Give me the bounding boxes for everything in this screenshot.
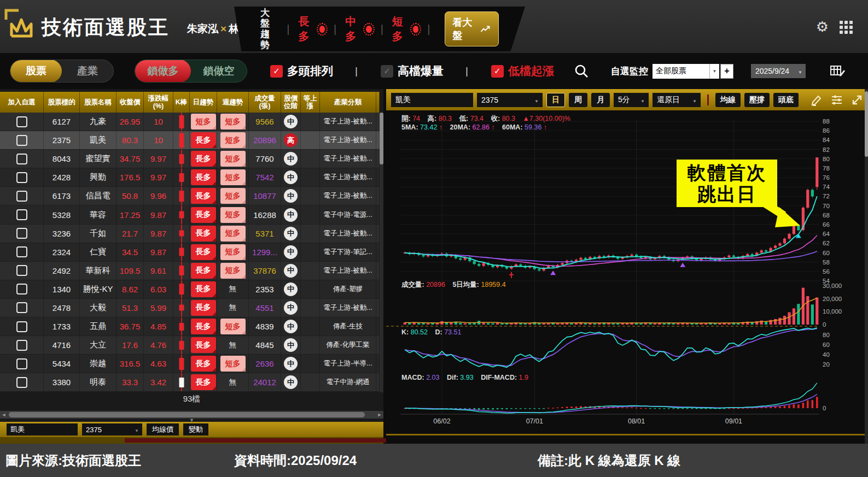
- table-row[interactable]: 2428 興勤 176.5 9.97 長多 短多 7542 中 電子上游-被動.…: [0, 168, 380, 187]
- stock-code: 6173: [44, 187, 80, 205]
- checkbox-bull-align[interactable]: 多頭排列: [270, 63, 333, 79]
- kbar-icon: [173, 280, 190, 298]
- table-row[interactable]: 5434 崇越 316.5 4.63 長多 短多 2636 中 電子上游-半導.…: [0, 355, 380, 373]
- checkbox-checked-icon[interactable]: [270, 65, 283, 78]
- column-header[interactable]: 產業分類: [320, 92, 376, 113]
- tab-stock[interactable]: 股票: [10, 60, 62, 83]
- day-trend-badge: 長多: [191, 244, 216, 260]
- column-header[interactable]: K棒: [173, 92, 190, 113]
- week-trend-badge: 短多: [220, 151, 246, 167]
- stock-code-select[interactable]: 2375: [82, 423, 142, 435]
- tab-industry[interactable]: 產業: [62, 60, 113, 83]
- table-row[interactable]: 2478 大毅 51.3 5.99 長多 無 4551 中 電子上游-被動...: [0, 299, 380, 317]
- gear-icon[interactable]: [816, 19, 829, 36]
- row-checkbox[interactable]: [16, 284, 27, 295]
- table-edit-icon[interactable]: [830, 64, 846, 78]
- column-header[interactable]: 成交量(張): [249, 92, 281, 113]
- table-row[interactable]: 1733 五鼎 36.75 4.85 長多 短多 4839 中 傳產-生技: [0, 317, 380, 336]
- settings-sliders-icon[interactable]: [831, 94, 843, 106]
- row-checkbox[interactable]: [16, 340, 27, 351]
- support-pressure-button[interactable]: 壓撐: [744, 93, 770, 107]
- stock-name: 大立: [80, 336, 116, 354]
- date-select[interactable]: 2025/9/24: [751, 64, 806, 78]
- close-price: 21.7: [116, 225, 144, 243]
- period-month-button[interactable]: 月: [591, 93, 610, 107]
- table-row[interactable]: 3380 明泰 33.3 3.42 長多 無 24012 中 電子中游-網通: [0, 373, 380, 392]
- scroll-right-icon[interactable]: [376, 411, 383, 419]
- wait-rise-cell: [301, 150, 320, 168]
- column-header[interactable]: 日趨勢: [190, 92, 217, 113]
- minute-select[interactable]: 5分: [614, 93, 649, 107]
- table-row[interactable]: 1340 勝悅-KY 8.62 6.03 長多 無 2353 中 傳產-塑膠: [0, 280, 380, 299]
- search-icon[interactable]: [574, 63, 589, 79]
- checkbox-checked-icon[interactable]: [491, 65, 504, 78]
- table-header-row: 加入自選股票標的股票名稱收盤價漲跌幅(%)K棒日趨勢週趨勢成交量(張)股價位階等…: [0, 92, 380, 113]
- restore-mode-select[interactable]: 還原日: [653, 93, 701, 107]
- column-header[interactable]: 週趨勢: [217, 92, 249, 113]
- change-percent: 4.85: [144, 317, 173, 335]
- svg-text:0: 0: [823, 405, 826, 411]
- top-bottom-button[interactable]: 頭底: [773, 93, 799, 107]
- row-checkbox[interactable]: [16, 228, 27, 239]
- table-row[interactable]: 2324 仁寶 34.5 9.87 長多 短多 1299... 中 電子下游-筆…: [0, 243, 380, 262]
- period-day-button[interactable]: 日: [546, 93, 565, 107]
- ma-price-button[interactable]: 均線價: [147, 423, 179, 435]
- row-checkbox[interactable]: [16, 135, 27, 146]
- period-week-button[interactable]: 周: [569, 93, 587, 107]
- table-row[interactable]: 2375 凱美 80.3 10 長多 短多 20896 高 電子上游-被動...: [0, 131, 380, 150]
- table-row[interactable]: 8043 蜜望實 34.75 9.97 長多 短多 7760 中 電子上游-被動…: [0, 150, 380, 168]
- view-market-button[interactable]: 看大盤: [445, 11, 499, 46]
- row-checkbox[interactable]: [16, 191, 27, 202]
- change-button[interactable]: 變動: [183, 423, 208, 435]
- row-checkbox[interactable]: [16, 358, 27, 369]
- checkbox-unchecked-icon[interactable]: [381, 65, 393, 78]
- column-header[interactable]: 漲跌幅(%): [144, 92, 173, 113]
- row-checkbox[interactable]: [16, 302, 27, 313]
- row-checkbox[interactable]: [16, 154, 27, 164]
- scrollbar-thumb[interactable]: [9, 412, 365, 417]
- scroll-left-icon[interactable]: [0, 411, 8, 419]
- chart-stock-name-input[interactable]: 凱美: [391, 93, 473, 107]
- row-checkbox[interactable]: [16, 116, 27, 127]
- lock-long-button[interactable]: 鎖做多: [135, 60, 191, 83]
- table-row[interactable]: 2492 華新科 109.5 9.61 長多 短多 37876 中 電子上游-被…: [0, 262, 380, 280]
- expand-icon[interactable]: [851, 94, 863, 106]
- table-row[interactable]: 3236 千如 21.7 9.87 長多 短多 5371 中 電子上游-被動..…: [0, 225, 380, 243]
- stock-table-body: 6127 九豪 26.95 10 短多 短多 9566 中 電子上游-被動...…: [0, 113, 380, 392]
- ma-button[interactable]: 均線: [715, 93, 741, 107]
- row-checkbox[interactable]: [16, 321, 27, 332]
- row-checkbox[interactable]: [16, 209, 27, 220]
- row-checkbox[interactable]: [16, 246, 27, 257]
- row-checkbox[interactable]: [16, 172, 27, 183]
- table-row[interactable]: 4716 大立 17.6 4.76 長多 無 4845 中 傳產-化學工業: [0, 336, 380, 355]
- column-header[interactable]: 股價位階: [281, 92, 301, 113]
- week-trend-badge: 短多: [220, 132, 246, 148]
- column-header[interactable]: 股票名稱: [80, 92, 116, 113]
- row-checkbox[interactable]: [16, 377, 27, 388]
- column-header[interactable]: [376, 92, 380, 113]
- add-watch-button[interactable]: +: [720, 64, 733, 79]
- row-checkbox[interactable]: [16, 265, 27, 276]
- column-header[interactable]: 收盤價: [116, 92, 144, 113]
- wait-rise-cell: [301, 317, 320, 335]
- checkbox-low-rise[interactable]: 低檔起漲: [491, 63, 554, 79]
- chart-stock-code-select[interactable]: 2375: [477, 93, 543, 107]
- table-row[interactable]: 6127 九豪 26.95 10 短多 短多 9566 中 電子上游-被動...: [0, 113, 380, 131]
- kbar-icon: [173, 205, 190, 223]
- checkbox-high-volume[interactable]: 高檔爆量: [381, 63, 444, 79]
- week-trend-badge: 短多: [220, 319, 246, 334]
- chart-vertical-scrollbar[interactable]: [865, 89, 868, 444]
- column-header[interactable]: 等上漲: [301, 92, 320, 113]
- table-row[interactable]: 6173 信昌電 50.8 9.96 長多 短多 10877 中 電子上游-被動…: [0, 187, 380, 205]
- column-header[interactable]: 加入自選: [0, 92, 44, 113]
- column-header[interactable]: 股票標的: [44, 92, 80, 113]
- stock-name: 凱美: [80, 131, 116, 149]
- pencil-icon[interactable]: [811, 94, 823, 106]
- lock-short-button[interactable]: 鎖做空: [191, 60, 247, 83]
- candlestick-chart[interactable]: 06/0207/0108/0109/0188868482807876747270…: [386, 110, 868, 444]
- watch-group-select[interactable]: 全部股票: [653, 64, 719, 79]
- table-vertical-scrollbar[interactable]: [380, 113, 383, 392]
- table-row[interactable]: 5328 華容 17.25 9.87 長多 短多 16288 中 電子中游-電源…: [0, 205, 380, 224]
- stock-name-input[interactable]: 凱美: [7, 423, 78, 435]
- app-grid-icon[interactable]: [840, 21, 853, 34]
